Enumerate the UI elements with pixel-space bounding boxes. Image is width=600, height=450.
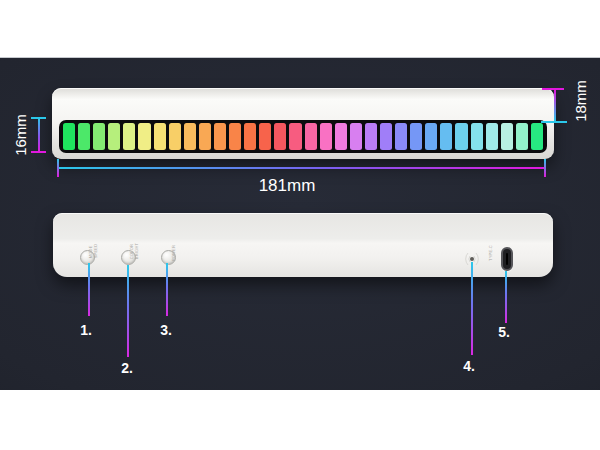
led-segment — [365, 123, 377, 150]
mode-speed-engraving: MODESPEED — [88, 244, 98, 259]
led-segment — [63, 123, 75, 150]
led-segment — [410, 123, 422, 150]
callout-2: 2. — [121, 360, 133, 376]
led-segment — [531, 123, 543, 150]
callout-3: 3. — [160, 322, 172, 338]
led-segment — [154, 123, 166, 150]
light-bar-front-view — [52, 88, 554, 159]
depth-dimension-tick-bottom — [541, 121, 567, 123]
led-segment — [274, 123, 286, 150]
led-segment — [199, 123, 211, 150]
color-bright-engraving: COLORBRIGHT — [129, 243, 139, 259]
led-segment — [138, 123, 150, 150]
led-segment — [380, 123, 392, 150]
callout-5: 5. — [498, 324, 510, 340]
led-segment — [335, 123, 347, 150]
leader-line-1 — [88, 263, 90, 316]
white-margin-bottom — [0, 390, 600, 450]
depth-dimension-line — [554, 90, 556, 121]
led-segment — [259, 123, 271, 150]
led-segment — [229, 123, 241, 150]
led-segment — [501, 123, 513, 150]
usb-c-port — [501, 247, 513, 271]
port-engraving: TYPE-C — [488, 245, 493, 261]
depth-dimension-label: 18mm — [572, 80, 589, 122]
leader-line-5 — [505, 271, 507, 323]
led-segment — [289, 123, 301, 150]
led-segment — [320, 123, 332, 150]
led-segment — [440, 123, 452, 150]
height-dimension-tick-bottom — [31, 151, 46, 153]
height-dimension-line — [38, 118, 40, 152]
width-dimension-tick-right — [544, 159, 546, 177]
leader-line-3 — [166, 263, 168, 316]
led-segment — [516, 123, 528, 150]
led-segment — [305, 123, 317, 150]
led-segment — [244, 123, 256, 150]
callout-1: 1. — [80, 322, 92, 338]
leader-line-2 — [127, 265, 129, 357]
led-segment — [108, 123, 120, 150]
product-annotation-image: 16mm 18mm 181mm MODESPEED COLORBRIGHT PO… — [0, 0, 600, 450]
led-segment — [350, 123, 362, 150]
led-segment — [123, 123, 135, 150]
height-dimension-label: 16mm — [12, 114, 29, 156]
led-segment — [93, 123, 105, 150]
led-segment — [471, 123, 483, 150]
width-dimension-tick-left — [57, 159, 59, 177]
led-segment — [78, 123, 90, 150]
led-window — [59, 120, 547, 153]
white-margin-top — [0, 0, 600, 58]
led-segment — [169, 123, 181, 150]
height-dimension-tick-top — [31, 117, 46, 119]
width-dimension-line — [58, 167, 546, 169]
led-segment — [425, 123, 437, 150]
width-dimension-label: 181mm — [259, 176, 316, 196]
led-segment — [214, 123, 226, 150]
led-segment — [486, 123, 498, 150]
power-engraving: POWER — [171, 245, 176, 261]
usb-c-slot — [506, 253, 508, 265]
callout-4: 4. — [463, 358, 475, 374]
led-segment — [184, 123, 196, 150]
depth-dimension-tick-top — [542, 88, 564, 90]
led-segment — [395, 123, 407, 150]
led-segment — [455, 123, 467, 150]
leader-line-4 — [471, 262, 473, 355]
